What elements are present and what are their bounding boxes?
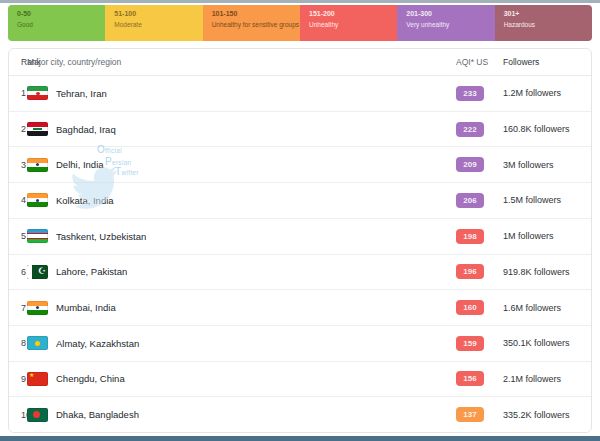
table-row[interactable]: 1 Tehran, Iran 233 1.2M followers [9,76,591,112]
rank-cell: 10 [9,410,27,420]
legend-range: 151-200 [309,10,388,17]
followers-cell: 3M followers [503,160,591,170]
city-name[interactable]: Kolkata, India [56,195,114,206]
city-cell: Lahore, Pakistan [27,265,456,279]
followers-cell: 919.8K followers [503,267,591,277]
legend-segment-usg: 101-150 Unhealthy for sensitive groups [203,5,300,41]
iraq-flag-icon [27,122,48,136]
legend-label: Moderate [114,21,193,28]
table-row[interactable]: 4 Kolkata, India 206 1.5M followers [9,183,591,219]
legend-segment-unhealthy: 151-200 Unhealthy [300,5,397,41]
legend-range: 301+ [504,10,583,17]
legend-range: 51-100 [114,10,193,17]
aqi-cell: 209 [456,157,503,172]
aqi-ranking-app: 0-50 Good 51-100 Moderate 101-150 Unheal… [0,0,600,441]
pakistan-flag-icon [27,265,48,279]
aqi-badge: 209 [456,157,484,172]
legend-label: Hazardous [504,21,583,28]
city-name[interactable]: Almaty, Kazakhstan [56,338,139,349]
aqi-badge: 222 [456,122,484,137]
city-cell: Almaty, Kazakhstan [27,336,456,350]
aqi-legend-bar: 0-50 Good 51-100 Moderate 101-150 Unheal… [8,5,592,41]
rank-cell: 7 [9,303,27,313]
table-row[interactable]: 3 Delhi, India 209 3M followers [9,147,591,183]
aqi-cell: 198 [456,229,503,244]
aqi-badge: 198 [456,229,484,244]
aqi-badge: 156 [456,371,484,386]
rank-cell: 8 [9,338,27,348]
table-row[interactable]: 5 Tashkent, Uzbekistan 198 1M followers [9,219,591,255]
city-name[interactable]: Chengdu, China [56,373,125,384]
table-row[interactable]: 10 Dhaka, Bangladesh 137 335.2K follower… [9,397,591,432]
city-ranking-table: Rank Major city, country/region AQI* US … [8,48,592,433]
legend-segment-moderate: 51-100 Moderate [105,5,202,41]
city-name[interactable]: Dhaka, Bangladesh [56,409,139,420]
aqi-cell: 156 [456,371,503,386]
city-name[interactable]: Baghdad, Iraq [56,124,116,135]
header-rank: Rank [9,57,27,67]
aqi-badge: 137 [456,407,484,422]
city-cell: Baghdad, Iraq [27,122,456,136]
uzbekistan-flag-icon [27,229,48,243]
bangladesh-flag-icon [27,408,48,422]
rank-cell: 2 [9,124,27,134]
city-name[interactable]: Tehran, Iran [56,88,107,99]
followers-cell: 1M followers [503,231,591,241]
table-row[interactable]: 8 Almaty, Kazakhstan 159 350.1K follower… [9,326,591,362]
city-name[interactable]: Lahore, Pakistan [56,266,127,277]
followers-cell: 1.6M followers [503,303,591,313]
city-cell: Tashkent, Uzbekistan [27,229,456,243]
window-top-edge [0,0,600,3]
kazakhstan-flag-icon [27,336,48,350]
window-bottom-edge [0,436,600,441]
india-flag-icon [27,193,48,207]
legend-range: 0-50 [17,10,96,17]
aqi-cell: 206 [456,193,503,208]
aqi-badge: 206 [456,193,484,208]
header-aqi: AQI* US [456,57,503,67]
aqi-cell: 222 [456,122,503,137]
legend-range: 101-150 [212,10,291,17]
aqi-cell: 159 [456,336,503,351]
legend-label: Very unhealthy [406,21,485,28]
header-followers: Followers [503,57,591,67]
city-cell: Delhi, India [27,158,456,172]
iran-flag-icon [27,86,48,100]
legend-segment-very-unhealthy: 201-300 Very unhealthy [397,5,494,41]
rank-cell: 9 [9,374,27,384]
aqi-cell: 160 [456,300,503,315]
aqi-cell: 196 [456,264,503,279]
table-header-row: Rank Major city, country/region AQI* US … [9,49,591,76]
legend-label: Good [17,21,96,28]
header-city: Major city, country/region [27,57,456,67]
india-flag-icon [27,301,48,315]
aqi-cell: 233 [456,86,503,101]
rank-cell: 3 [9,160,27,170]
followers-cell: 1.5M followers [503,195,591,205]
legend-label: Unhealthy for sensitive groups [212,21,291,28]
aqi-badge: 160 [456,300,484,315]
legend-segment-hazardous: 301+ Hazardous [495,5,592,41]
aqi-cell: 137 [456,407,503,422]
city-name[interactable]: Tashkent, Uzbekistan [56,231,146,242]
city-cell: Tehran, Iran [27,86,456,100]
city-name[interactable]: Mumbai, India [56,302,116,313]
aqi-badge: 233 [456,86,484,101]
city-cell: Chengdu, China [27,372,456,386]
legend-segment-good: 0-50 Good [8,5,105,41]
china-flag-icon [27,372,48,386]
legend-range: 201-300 [406,10,485,17]
aqi-badge: 159 [456,336,484,351]
city-name[interactable]: Delhi, India [56,159,104,170]
table-row[interactable]: 7 Mumbai, India 160 1.6M followers [9,290,591,326]
table-row[interactable]: 6 Lahore, Pakistan 196 919.8K followers [9,255,591,291]
rank-cell: 1 [9,88,27,98]
followers-cell: 1.2M followers [503,88,591,98]
india-flag-icon [27,158,48,172]
rank-cell: 6 [9,267,27,277]
followers-cell: 2.1M followers [503,374,591,384]
aqi-badge: 196 [456,264,484,279]
table-row[interactable]: 2 Baghdad, Iraq 222 160.8K followers [9,112,591,148]
city-cell: Mumbai, India [27,301,456,315]
table-row[interactable]: 9 Chengdu, China 156 2.1M followers [9,362,591,398]
